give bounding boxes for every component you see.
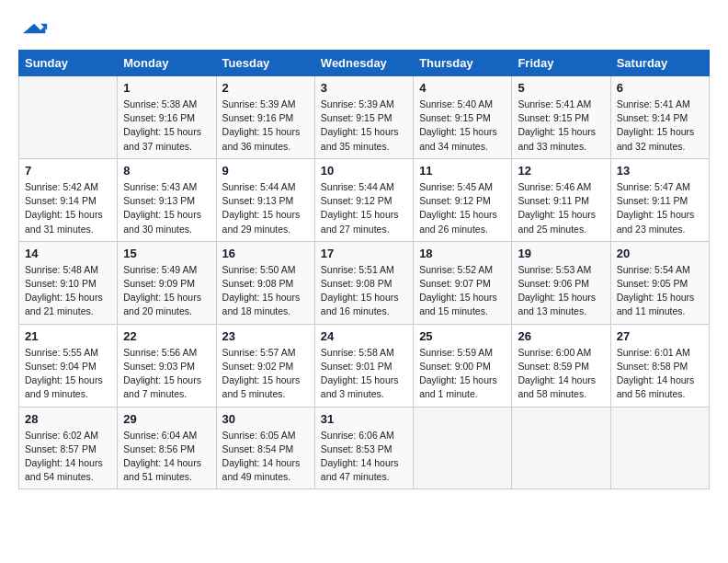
calendar-cell: 25Sunrise: 5:59 AM Sunset: 9:00 PM Dayli…: [414, 324, 512, 407]
day-number: 20: [617, 247, 703, 260]
day-number: 5: [518, 81, 604, 95]
calendar-cell: 7Sunrise: 5:42 AM Sunset: 9:14 PM Daylig…: [19, 158, 118, 241]
calendar-cell: 31Sunrise: 6:06 AM Sunset: 8:53 PM Dayli…: [314, 407, 413, 489]
day-number: 17: [321, 247, 407, 260]
day-info: Sunrise: 5:56 AM Sunset: 9:03 PM Dayligh…: [123, 346, 210, 402]
day-info: Sunrise: 5:51 AM Sunset: 9:08 PM Dayligh…: [321, 263, 407, 319]
day-info: Sunrise: 5:55 AM Sunset: 9:04 PM Dayligh…: [25, 346, 111, 402]
day-info: Sunrise: 6:04 AM Sunset: 8:56 PM Dayligh…: [123, 429, 210, 485]
day-info: Sunrise: 5:49 AM Sunset: 9:09 PM Dayligh…: [123, 263, 210, 319]
day-info: Sunrise: 6:06 AM Sunset: 8:53 PM Dayligh…: [321, 429, 407, 485]
day-number: 28: [25, 412, 111, 426]
calendar-cell: 6Sunrise: 5:41 AM Sunset: 9:14 PM Daylig…: [610, 76, 709, 159]
day-number: 10: [321, 164, 407, 178]
day-number: 9: [222, 164, 309, 178]
calendar-cell: 22Sunrise: 5:56 AM Sunset: 9:03 PM Dayli…: [118, 324, 216, 407]
day-info: Sunrise: 5:38 AM Sunset: 9:16 PM Dayligh…: [123, 98, 210, 154]
day-number: 12: [518, 164, 604, 178]
calendar-cell: 3Sunrise: 5:39 AM Sunset: 9:15 PM Daylig…: [314, 76, 413, 159]
day-number: 23: [222, 329, 309, 343]
day-number: 31: [321, 412, 407, 426]
calendar-cell: 30Sunrise: 6:05 AM Sunset: 8:54 PM Dayli…: [216, 407, 314, 489]
day-number: 18: [419, 247, 506, 260]
day-info: Sunrise: 5:45 AM Sunset: 9:12 PM Dayligh…: [419, 180, 506, 236]
calendar-cell: 24Sunrise: 5:58 AM Sunset: 9:01 PM Dayli…: [314, 324, 413, 407]
day-number: 2: [222, 81, 309, 95]
day-info: Sunrise: 5:41 AM Sunset: 9:15 PM Dayligh…: [518, 98, 604, 154]
day-info: Sunrise: 5:57 AM Sunset: 9:02 PM Dayligh…: [222, 346, 309, 402]
day-info: Sunrise: 5:46 AM Sunset: 9:11 PM Dayligh…: [518, 180, 604, 236]
calendar-cell: 19Sunrise: 5:53 AM Sunset: 9:06 PM Dayli…: [512, 241, 610, 324]
calendar-cell: [512, 407, 610, 489]
day-number: 21: [25, 329, 111, 343]
day-number: 29: [123, 412, 210, 426]
day-info: Sunrise: 5:44 AM Sunset: 9:13 PM Dayligh…: [222, 180, 309, 236]
day-number: 3: [321, 81, 407, 95]
calendar-cell: 21Sunrise: 5:55 AM Sunset: 9:04 PM Dayli…: [19, 324, 118, 407]
day-info: Sunrise: 5:50 AM Sunset: 9:08 PM Dayligh…: [222, 263, 309, 319]
calendar-cell: 1Sunrise: 5:38 AM Sunset: 9:16 PM Daylig…: [118, 76, 216, 159]
calendar-cell: 11Sunrise: 5:45 AM Sunset: 9:12 PM Dayli…: [414, 158, 512, 241]
day-number: 4: [419, 81, 506, 95]
day-number: 6: [617, 81, 703, 95]
calendar-cell: 5Sunrise: 5:41 AM Sunset: 9:15 PM Daylig…: [512, 76, 610, 159]
calendar-cell: [610, 407, 709, 489]
calendar-cell: 15Sunrise: 5:49 AM Sunset: 9:09 PM Dayli…: [118, 241, 216, 324]
day-info: Sunrise: 5:47 AM Sunset: 9:11 PM Dayligh…: [617, 180, 703, 236]
day-info: Sunrise: 5:42 AM Sunset: 9:14 PM Dayligh…: [25, 180, 111, 236]
day-info: Sunrise: 5:48 AM Sunset: 9:10 PM Dayligh…: [25, 263, 111, 319]
day-number: 8: [123, 164, 210, 178]
day-number: 22: [123, 329, 210, 343]
calendar-cell: 29Sunrise: 6:04 AM Sunset: 8:56 PM Dayli…: [118, 407, 216, 489]
calendar-cell: [414, 407, 512, 489]
day-number: 14: [25, 247, 111, 260]
day-number: 24: [321, 329, 407, 343]
calendar-table: SundayMondayTuesdayWednesdayThursdayFrid…: [18, 50, 710, 489]
day-info: Sunrise: 6:05 AM Sunset: 8:54 PM Dayligh…: [222, 429, 309, 485]
calendar-cell: 4Sunrise: 5:40 AM Sunset: 9:15 PM Daylig…: [414, 76, 512, 159]
day-number: 26: [518, 329, 604, 343]
day-number: 27: [617, 329, 703, 343]
day-info: Sunrise: 5:58 AM Sunset: 9:01 PM Dayligh…: [321, 346, 407, 402]
header-wednesday: Wednesday: [314, 51, 413, 76]
calendar-cell: 16Sunrise: 5:50 AM Sunset: 9:08 PM Dayli…: [216, 241, 314, 324]
day-info: Sunrise: 5:39 AM Sunset: 9:15 PM Dayligh…: [321, 98, 407, 154]
calendar-cell: 13Sunrise: 5:47 AM Sunset: 9:11 PM Dayli…: [610, 158, 709, 241]
calendar-cell: 8Sunrise: 5:43 AM Sunset: 9:13 PM Daylig…: [118, 158, 216, 241]
calendar-cell: 27Sunrise: 6:01 AM Sunset: 8:58 PM Dayli…: [610, 324, 709, 407]
header-sunday: Sunday: [19, 51, 118, 76]
header-saturday: Saturday: [610, 51, 709, 76]
calendar-cell: 20Sunrise: 5:54 AM Sunset: 9:05 PM Dayli…: [610, 241, 709, 324]
day-info: Sunrise: 5:40 AM Sunset: 9:15 PM Dayligh…: [419, 98, 506, 154]
day-info: Sunrise: 5:44 AM Sunset: 9:12 PM Dayligh…: [321, 180, 407, 236]
calendar-cell: 2Sunrise: 5:39 AM Sunset: 9:16 PM Daylig…: [216, 76, 314, 159]
calendar-cell: 17Sunrise: 5:51 AM Sunset: 9:08 PM Dayli…: [314, 241, 413, 324]
day-number: 30: [222, 412, 309, 426]
calendar-cell: 12Sunrise: 5:46 AM Sunset: 9:11 PM Dayli…: [512, 158, 610, 241]
header-tuesday: Tuesday: [216, 51, 314, 76]
day-info: Sunrise: 5:54 AM Sunset: 9:05 PM Dayligh…: [617, 263, 703, 319]
header-monday: Monday: [118, 51, 216, 76]
day-number: 7: [25, 164, 111, 178]
header-thursday: Thursday: [414, 51, 512, 76]
day-number: 25: [419, 329, 506, 343]
day-info: Sunrise: 5:59 AM Sunset: 9:00 PM Dayligh…: [419, 346, 506, 402]
calendar-cell: 18Sunrise: 5:52 AM Sunset: 9:07 PM Dayli…: [414, 241, 512, 324]
day-info: Sunrise: 5:39 AM Sunset: 9:16 PM Dayligh…: [222, 98, 309, 154]
logo: [18, 18, 48, 35]
day-number: 13: [617, 164, 703, 178]
logo-icon: [22, 22, 48, 35]
day-info: Sunrise: 6:00 AM Sunset: 8:59 PM Dayligh…: [518, 346, 604, 402]
day-number: 15: [123, 247, 210, 260]
calendar-cell: 23Sunrise: 5:57 AM Sunset: 9:02 PM Dayli…: [216, 324, 314, 407]
day-info: Sunrise: 6:01 AM Sunset: 8:58 PM Dayligh…: [617, 346, 703, 402]
calendar-cell: 26Sunrise: 6:00 AM Sunset: 8:59 PM Dayli…: [512, 324, 610, 407]
calendar-cell: [19, 76, 118, 159]
day-info: Sunrise: 5:52 AM Sunset: 9:07 PM Dayligh…: [419, 263, 506, 319]
day-number: 19: [518, 247, 604, 260]
day-info: Sunrise: 6:02 AM Sunset: 8:57 PM Dayligh…: [25, 429, 111, 485]
calendar-cell: 14Sunrise: 5:48 AM Sunset: 9:10 PM Dayli…: [19, 241, 118, 324]
day-number: 11: [419, 164, 506, 178]
calendar-cell: 28Sunrise: 6:02 AM Sunset: 8:57 PM Dayli…: [19, 407, 118, 489]
day-info: Sunrise: 5:53 AM Sunset: 9:06 PM Dayligh…: [518, 263, 604, 319]
